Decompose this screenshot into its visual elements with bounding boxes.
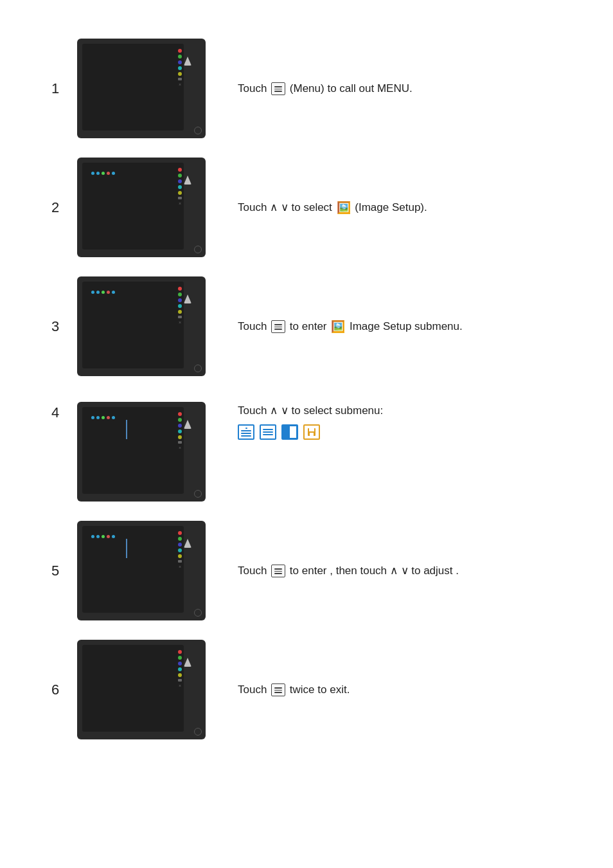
- step-row-6: 6 ×: [51, 640, 562, 739]
- submenu-icon-menu: [260, 424, 276, 440]
- svg-rect-1: [309, 428, 314, 431]
- step-row-4: 4: [51, 395, 562, 502]
- step-number-3: 3: [51, 318, 77, 335]
- menu-icon-5: [271, 565, 285, 577]
- step-row-2: 2: [51, 158, 562, 257]
- submenu-icons-row: [238, 424, 562, 440]
- step-row-1: 1 ×: [51, 39, 562, 138]
- step-number-6: 6: [51, 682, 77, 698]
- step-desc-4: Touch ∧ ∨ to select submenu:: [238, 402, 562, 440]
- monitor-3: ×: [77, 276, 206, 376]
- menu-icon-1: [271, 82, 285, 95]
- page-container: 1 ×: [0, 0, 613, 797]
- monitor-1: ×: [77, 39, 206, 138]
- submenu-icon-bars: [238, 424, 254, 440]
- step-number-1: 1: [51, 80, 77, 97]
- step-number-2: 2: [51, 199, 77, 216]
- monitor-4: ×: [77, 402, 206, 502]
- menu-icon-6: [271, 683, 285, 696]
- step-desc-5: Touch to enter , then touch ∧ ∨ to adjus…: [238, 562, 562, 579]
- step-desc-1: Touch (Menu) to call out MENU.: [238, 80, 562, 97]
- step-row-3: 3: [51, 276, 562, 376]
- monitor-5: ×: [77, 521, 206, 620]
- svg-rect-2: [310, 433, 314, 436]
- submenu-icon-contrast: [281, 424, 298, 440]
- menu-icon-3: [271, 320, 285, 333]
- step-row-5: 5: [51, 521, 562, 620]
- step-number-5: 5: [51, 563, 77, 579]
- submenu-icon-save: [303, 424, 320, 440]
- monitor-2: ×: [77, 158, 206, 257]
- step-desc-6: Touch twice to exit.: [238, 681, 562, 698]
- step-number-4: 4: [51, 402, 77, 421]
- step-desc-2: Touch ∧ ∨ to select 🖼️ (Image Setup).: [238, 199, 562, 216]
- monitor-6: ×: [77, 640, 206, 739]
- image-setup-icon-3: 🖼️: [331, 320, 345, 333]
- step-desc-3: Touch to enter 🖼️ Image Setup submenu.: [238, 318, 562, 335]
- image-setup-icon-2: 🖼️: [337, 201, 351, 214]
